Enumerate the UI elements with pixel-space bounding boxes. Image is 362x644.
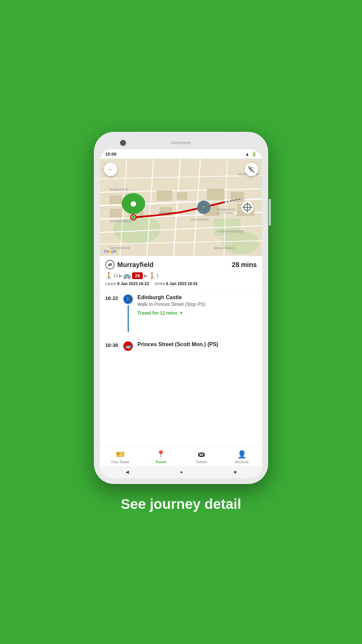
step-1-line-col: 🚶 <box>123 294 133 332</box>
journey-step-1: 16:22 🚶 Edinburgh Castle Walk to Princes… <box>100 290 262 337</box>
arrow-2: ▶ <box>144 273 147 278</box>
account-icon: 👤 <box>237 450 246 459</box>
svg-text:MURRAYFIELD: MURRAYFIELD <box>110 220 131 223</box>
svg-text:HAYMARKET: HAYMARKET <box>190 218 209 221</box>
bottom-nav: 🎫 One-Ticket 📍 Travel 🎟 Tickets 👤 Accoun… <box>100 447 262 466</box>
no-signal-icon <box>248 166 255 173</box>
vertical-connector <box>128 305 129 332</box>
leave-date: 6 Jan 2023 <box>117 281 138 286</box>
walk-mode-1: 🚶 12 <box>105 272 118 279</box>
svg-rect-20 <box>231 192 244 202</box>
status-time: 10:00 <box>105 152 116 157</box>
android-recent-button[interactable]: ■ <box>234 469 237 475</box>
bus-number: 26 <box>132 272 143 279</box>
bus-mode: 🚌 26 <box>123 272 143 279</box>
svg-text:🚶: 🚶 <box>200 204 207 211</box>
journey-times: Leave 6 Jan 2023 16:22 Arrive 6 Jan 2023… <box>105 281 257 286</box>
phone-speaker <box>171 142 191 144</box>
nav-travel[interactable]: 📍 Travel <box>140 447 181 466</box>
svg-rect-19 <box>207 189 224 201</box>
step-1-time: 16:22 <box>105 294 119 301</box>
travel-expand-button[interactable]: Travel for 12 mins ▼ <box>137 310 257 316</box>
destination-name: Murrayfield <box>117 261 154 269</box>
arrow-1: ▶ <box>119 273 122 278</box>
route-icon: ⇄ <box>105 260 115 269</box>
journey-step-2: 16:36 🚌 Princes Street (Scott Mon.) (PS) <box>100 337 262 356</box>
svg-point-50 <box>251 170 252 172</box>
svg-text:RAVELSTON: RAVELSTON <box>110 188 128 191</box>
svg-text:OLD TOWN: OLD TOWN <box>217 212 233 215</box>
phone-side-button <box>269 199 271 226</box>
phone-top-bar <box>100 138 262 148</box>
step-1-instruction: Walk to Princes Street (Stop PS) <box>137 302 257 307</box>
one-ticket-label: One-Ticket <box>111 460 129 464</box>
android-back-button[interactable]: ◀ <box>125 469 129 475</box>
google-logo: Google <box>104 249 117 253</box>
status-bar: 10:00 ▲ 🔋 <box>100 149 262 159</box>
bus-icon: 🚌 <box>123 272 131 279</box>
step-2-line-col: 🚌 <box>123 341 133 351</box>
travel-icon: 📍 <box>156 450 165 459</box>
step-2-stop: Princes Street (Scott Mon.) (PS) <box>137 341 257 347</box>
phone-device: 10:00 ▲ 🔋 <box>94 132 268 484</box>
leave-time: 16:22 <box>139 281 149 286</box>
tickets-icon: 🎟 <box>198 450 205 459</box>
svg-point-41 <box>131 201 136 207</box>
walk-icon-1: 🚶 <box>105 272 113 279</box>
arrive-time: 16:51 <box>188 281 198 286</box>
status-icons: ▲ 🔋 <box>245 152 257 157</box>
back-button[interactable]: ← <box>104 163 117 176</box>
svg-rect-21 <box>110 209 122 217</box>
phone-screen: 10:00 ▲ 🔋 <box>100 149 262 478</box>
no-signal-button[interactable] <box>245 163 258 176</box>
journey-modes: 🚶 12 ▶ 🚌 26 ▶ 🚶 1 <box>105 272 257 279</box>
leave-label: Leave <box>105 281 116 286</box>
svg-text:BRUNTSFIELD: BRUNTSFIELD <box>214 247 235 250</box>
one-ticket-icon: 🎫 <box>116 450 125 459</box>
svg-rect-18 <box>177 192 187 200</box>
step-1-stop: Edinburgh Castle <box>137 294 257 301</box>
android-nav-bar: ◀ ● ■ <box>100 466 262 478</box>
svg-rect-15 <box>110 196 122 204</box>
journey-detail: 16:22 🚶 Edinburgh Castle Walk to Princes… <box>100 290 262 447</box>
walk-mins-1: 12 <box>113 273 118 278</box>
walk-step-icon: 🚶 <box>123 294 133 304</box>
step-2-time: 16:36 <box>105 341 119 348</box>
map-area: RAVELSTON WEST END EDINBURGH OLD TOWN ST… <box>100 159 262 256</box>
step-2-content: Princes Street (Scott Mon.) (PS) <box>137 341 257 348</box>
chevron-down-icon: ▼ <box>179 311 183 315</box>
journey-header: ⇄ Murrayfield 28 mins <box>105 260 257 269</box>
arrive-date: 6 Jan 2023 <box>166 281 187 286</box>
svg-text:EDINBURGH: EDINBURGH <box>217 208 235 211</box>
tickets-label: Tickets <box>195 460 207 464</box>
account-label: Account <box>235 460 249 464</box>
battery-icon: 🔋 <box>251 152 257 157</box>
page-label: See journey detail <box>121 496 241 512</box>
map-svg: RAVELSTON WEST END EDINBURGH OLD TOWN ST… <box>100 159 262 256</box>
nav-tickets[interactable]: 🎟 Tickets <box>181 447 222 466</box>
journey-duration: 28 mins <box>232 261 257 269</box>
svg-point-42 <box>132 216 135 219</box>
nav-one-ticket[interactable]: 🎫 One-Ticket <box>100 447 140 466</box>
svg-rect-17 <box>157 191 172 201</box>
travel-label: Travel <box>156 460 166 464</box>
walk-mins-2: 1 <box>157 273 159 278</box>
journey-destination: ⇄ Murrayfield <box>105 260 154 269</box>
phone-camera <box>120 140 126 146</box>
travel-expand-label: Travel for 12 mins <box>137 310 177 316</box>
step-1-content: Edinburgh Castle Walk to Princes Street … <box>137 294 257 316</box>
journey-summary: ⇄ Murrayfield 28 mins 🚶 12 ▶ 🚌 26 ▶ 🚶 <box>100 256 262 290</box>
wifi-icon: ▲ <box>245 152 249 157</box>
walk-mode-2: 🚶 1 <box>148 272 159 279</box>
android-home-button[interactable]: ● <box>180 469 183 475</box>
back-icon: ← <box>108 166 114 173</box>
bus-step-icon: 🚌 <box>123 341 133 351</box>
svg-text:FOUNTAINBRIDGE: FOUNTAINBRIDGE <box>217 230 244 233</box>
walk-icon-2: 🚶 <box>148 272 156 279</box>
nav-account[interactable]: 👤 Account <box>222 447 262 466</box>
arrive-label: Arrive <box>155 281 165 286</box>
